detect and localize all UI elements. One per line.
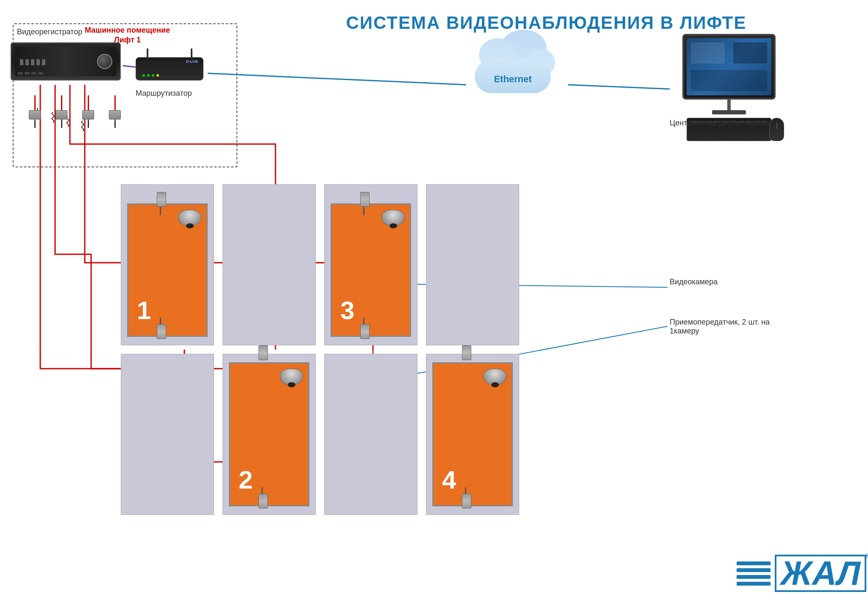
shaft-4 xyxy=(426,184,519,345)
router-antenna-left xyxy=(147,48,148,58)
logo-registered: ® xyxy=(865,553,868,559)
transceiver-2-bottom xyxy=(259,494,268,508)
camera-dome-3 xyxy=(381,210,405,228)
lift-car-2: 2 xyxy=(229,362,309,506)
balun-row xyxy=(29,95,121,128)
transceiver-1-top xyxy=(157,192,166,207)
transceiver-1-bottom xyxy=(157,324,166,339)
lift-number-3: 3 xyxy=(340,296,354,325)
router-antenna-right xyxy=(191,48,192,58)
transceiver-1-cable-top xyxy=(160,207,161,215)
transceiver-4-bottom xyxy=(462,494,471,508)
monitor-screen xyxy=(687,38,771,95)
shaft-1: 1 xyxy=(121,184,214,345)
dvr-label: Видеорегистратор xyxy=(17,28,82,36)
shaft-4-bg xyxy=(426,184,519,345)
camera-dome-4 xyxy=(483,369,506,387)
lift-car-3: 3 xyxy=(331,203,411,337)
cloud-shape: Ethernet xyxy=(466,42,559,93)
transceiver-2-cable xyxy=(262,487,263,494)
dvr-device xyxy=(11,42,121,81)
camera-dome-1 xyxy=(178,210,201,228)
lift-car-4: 4 xyxy=(432,362,513,506)
monitor xyxy=(682,34,776,100)
shaft-7-bg xyxy=(324,354,417,515)
cloud-container: Ethernet xyxy=(466,42,559,93)
shaft-3: 3 xyxy=(324,184,417,345)
dvr-knob xyxy=(97,54,112,69)
transceiver-3-top xyxy=(360,192,370,207)
shaft-5-bg xyxy=(121,354,214,515)
shaft-2 xyxy=(223,184,316,345)
transceiver-3-cable xyxy=(363,207,364,215)
shaft-5 xyxy=(121,354,214,515)
dispatch-label: Центральная диспетчерская xyxy=(670,119,780,128)
transceiver-4-top xyxy=(462,345,471,360)
transceiver-label: Приемопередатчик, 2 шт. на 1камеру xyxy=(670,318,793,336)
transceiver-1-cable-bottom xyxy=(160,318,161,324)
svg-line-2 xyxy=(568,85,670,89)
router-label: Маршрутизатор xyxy=(136,89,192,98)
lift-car-1: 1 xyxy=(127,203,208,337)
router-device: D-Link xyxy=(131,49,208,83)
transceiver-3-bottom xyxy=(360,324,370,339)
lift-number-2: 2 xyxy=(239,465,253,495)
monitor-base xyxy=(712,110,746,114)
page-title: СИСТЕМА ВИДЕОНАБЛЮДЕНИЯ В ЛИФТЕ xyxy=(246,13,847,33)
logo-text: ЖАЛ xyxy=(775,555,866,592)
transceiver-2-top xyxy=(259,345,268,360)
transceiver-3-cable-bottom xyxy=(363,318,364,324)
shaft-8: 4 xyxy=(426,354,519,515)
svg-line-11 xyxy=(381,326,668,380)
lift-number-1: 1 xyxy=(137,296,151,325)
logo-container: ЖАЛ ® xyxy=(737,555,847,597)
monitor-stand xyxy=(727,100,731,110)
svg-line-1 xyxy=(208,73,466,85)
transceiver-4-cable xyxy=(465,487,466,494)
cloud-label: Ethernet xyxy=(466,74,559,85)
shaft-2-bg xyxy=(223,184,316,345)
shaft-6: 2 xyxy=(223,354,316,515)
lift-number-4: 4 xyxy=(442,465,456,495)
shaft-7 xyxy=(324,354,417,515)
camera-label: Видеокамера xyxy=(670,278,718,286)
camera-dome-2 xyxy=(280,369,303,387)
